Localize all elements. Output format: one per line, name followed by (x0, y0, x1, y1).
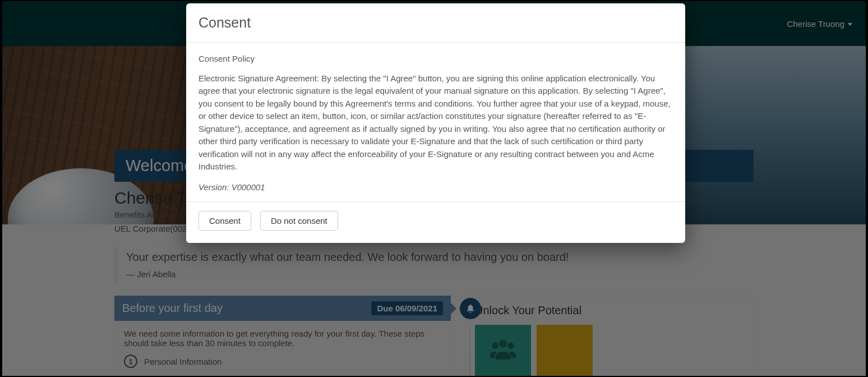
modal-header: Consent (186, 3, 685, 43)
policy-text: Electronic Signature Agreement: By selec… (198, 72, 673, 173)
do-not-consent-button[interactable]: Do not consent (260, 211, 338, 231)
policy-version: Version: V000001 (198, 181, 673, 194)
modal-body: Consent Policy Electronic Signature Agre… (186, 43, 685, 201)
modal-title: Consent (198, 15, 673, 31)
app-frame: Cherise Truong Welcome Cherise Truong Be… (2, 1, 866, 376)
consent-modal: Consent Consent Policy Electronic Signat… (186, 3, 685, 243)
modal-footer: Consent Do not consent (186, 202, 685, 243)
policy-title: Consent Policy (198, 53, 673, 66)
consent-button[interactable]: Consent (198, 211, 251, 231)
